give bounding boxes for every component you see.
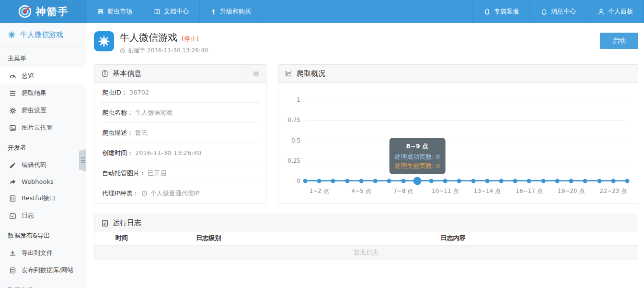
chart-data-point[interactable] — [387, 179, 391, 183]
nav-item-1[interactable]: 文档中心 — [143, 0, 199, 23]
main-content: 牛人微信游戏 (停止) 创建于 2016-11-30 13:26:40 启动 基… — [86, 23, 644, 288]
chart-gridline — [305, 161, 627, 161]
sidebar: 牛人微信游戏 主菜单总览爬取结果爬虫设置图片云托管开发者编辑代码Webhooks… — [0, 23, 86, 288]
book-icon — [154, 8, 161, 15]
chart-tooltip: 8~9 点处理成功页数: 0处理失败页数: 0 — [389, 138, 445, 174]
chart-plot-area: 8~9 点处理成功页数: 0处理失败页数: 0 — [305, 100, 627, 181]
chart-data-point[interactable] — [611, 179, 615, 183]
chart-data-point[interactable] — [583, 179, 587, 183]
tooltip-row: 处理失败页数: 0 — [394, 161, 440, 170]
chart-data-point[interactable] — [359, 179, 363, 183]
created-time-text: 创建于 2016-11-30 13:26:40 — [128, 47, 208, 55]
info-row: 爬虫ID：36702 — [101, 83, 259, 103]
chart-gridline — [305, 120, 627, 120]
chart-data-point[interactable] — [413, 177, 421, 185]
nav-item-label: 消息中心 — [551, 7, 576, 16]
sidebar-crawler-name-label: 牛人微信游戏 — [20, 30, 63, 39]
sidebar-crawler-name[interactable]: 牛人微信游戏 — [0, 23, 86, 47]
nav-right-item-0[interactable]: 专属客服 — [472, 0, 529, 23]
chart-data-point[interactable] — [527, 179, 531, 183]
tooltip-row: 处理成功页数: 0 — [394, 152, 440, 161]
sidebar-item[interactable]: 导出到文件 — [0, 244, 86, 262]
nav-item-2[interactable]: 升级和购买 — [199, 0, 262, 23]
nav-right-item-2[interactable]: 个人面板 — [586, 0, 644, 23]
image-icon — [9, 124, 16, 132]
chart-data-point[interactable] — [331, 179, 335, 183]
chart-data-point[interactable] — [485, 179, 489, 183]
info-label: 代理IP种类： — [102, 189, 139, 198]
nav-item-label: 文档中心 — [164, 7, 189, 16]
chart-data-point[interactable] — [513, 179, 518, 183]
nav-right-item-1[interactable]: 消息中心 — [529, 0, 586, 23]
start-button[interactable]: 启动 — [600, 33, 638, 49]
chart-data-point[interactable] — [345, 179, 349, 183]
sidebar-item[interactable]: 编辑代码 — [0, 156, 86, 174]
sidebar-item[interactable]: 日志 — [0, 207, 86, 224]
chart-x-tick-label: 10~11 点 — [432, 187, 459, 195]
share-arrow-icon — [9, 178, 16, 185]
chart-data-point[interactable] — [303, 179, 308, 183]
crawl-overview-panel: 爬取概况 8~9 点处理成功页数: 0处理失败页数: 010.750.50.25… — [278, 64, 638, 204]
qq-service-icon — [483, 8, 491, 15]
chart-x-tick-label: 13~14 点 — [474, 187, 501, 195]
bell-icon — [540, 8, 548, 15]
crawler-avatar — [94, 31, 114, 51]
sidebar-item-label: 爬虫设置 — [22, 106, 46, 115]
sidebar-item[interactable]: 爬取结果 — [0, 84, 86, 102]
basic-info-body: 爬虫ID：36702爬虫名称：牛人微信游戏爬虫描述：暂无创建时间：2016-11… — [94, 83, 266, 204]
chart-data-point[interactable] — [429, 179, 433, 183]
chart-data-point[interactable] — [569, 179, 574, 183]
sidebar-menu: 主菜单总览爬取结果爬虫设置图片云托管开发者编辑代码WebhooksRestful… — [0, 47, 86, 288]
sidebar-item-label: Restful接口 — [22, 194, 56, 203]
user-icon — [598, 8, 605, 15]
chart-x-tick-label: 4~5 点 — [351, 187, 371, 195]
edit-pencil-icon — [9, 162, 16, 169]
navbar-right-menu: 专属客服消息中心个人面板 — [472, 0, 644, 23]
nav-item-0[interactable]: 爬虫市场 — [86, 0, 143, 23]
log-column-header: 日志级别 — [149, 231, 268, 245]
info-value: 牛人微信游戏 — [135, 108, 172, 117]
sidebar-item[interactable]: 总览 — [0, 67, 86, 84]
chart-data-point[interactable] — [471, 179, 475, 183]
chart-data-point[interactable] — [443, 179, 448, 183]
sidebar-item[interactable]: Restful接口 — [0, 190, 86, 207]
chart-y-tick-label: 0 — [278, 178, 300, 184]
sidebar-item-label: Webhooks — [22, 178, 54, 185]
sidebar-item[interactable]: Webhooks — [0, 174, 86, 190]
chart-data-point[interactable] — [597, 179, 601, 183]
info-value: 暂无 — [135, 129, 148, 137]
list-icon — [9, 90, 16, 97]
chart-data-point[interactable] — [401, 179, 405, 183]
info-row: 代理IP种类：个人级普通代理IP — [101, 183, 259, 204]
sidebar-item[interactable]: 发布到数据库/网站 — [0, 262, 86, 279]
sidebar-collapse-handle[interactable] — [79, 149, 86, 172]
info-row: 自动托管图片：已开启 — [101, 163, 259, 183]
info-label: 创建时间： — [102, 149, 133, 157]
chart-x-tick-label: 22~23 点 — [600, 187, 627, 195]
calendar-check-icon — [9, 212, 16, 219]
chart-data-point[interactable] — [457, 179, 461, 183]
chart-data-point[interactable] — [373, 179, 378, 183]
chart-data-point[interactable] — [555, 179, 559, 183]
log-notes-icon — [101, 219, 109, 227]
chart-data-point[interactable] — [541, 179, 545, 183]
brand-logo[interactable]: 神箭手 — [0, 0, 86, 23]
chart-data-point[interactable] — [499, 179, 504, 183]
nav-item-label: 升级和购买 — [220, 7, 251, 16]
log-empty-message: 暂无日志 — [94, 245, 638, 260]
basic-info-header: 基本信息 — [94, 65, 266, 83]
info-value: 已开启 — [148, 169, 166, 178]
download-icon — [9, 250, 16, 257]
info-label: 自动托管图片： — [102, 169, 146, 178]
chart-data-point[interactable] — [625, 179, 630, 183]
brand-name: 神箭手 — [36, 5, 69, 18]
basic-info-title: 基本信息 — [113, 69, 141, 78]
chart-data-point[interactable] — [317, 179, 322, 183]
sidebar-item[interactable]: 爬虫设置 — [0, 102, 86, 119]
nav-item-label: 个人面板 — [608, 7, 633, 16]
nav-item-label: 爬虫市场 — [107, 7, 132, 16]
log-column-header: 时间 — [94, 231, 149, 245]
chart-gridline — [305, 100, 627, 100]
sidebar-item[interactable]: 图片云托管 — [0, 119, 86, 136]
panel-settings-gear-icon[interactable] — [246, 65, 266, 82]
